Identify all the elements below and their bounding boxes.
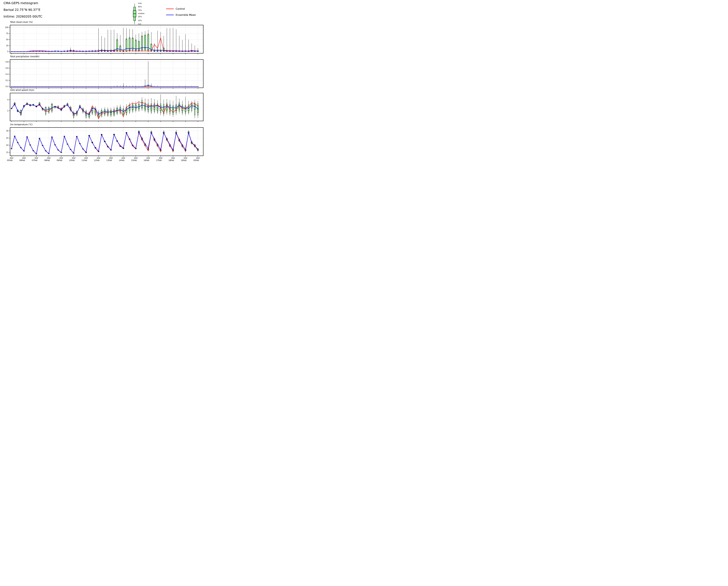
chart-location: Barisal 22.75°N 90.37°E bbox=[3, 8, 41, 11]
legend-box-label: 10% bbox=[138, 20, 142, 22]
gridlines bbox=[10, 60, 203, 88]
legend-box-label: 90% bbox=[138, 6, 142, 8]
x-tick-label: 00Z20Feb bbox=[196, 157, 200, 159]
cloud-panel-title: Total cloud cover (%) bbox=[10, 21, 33, 23]
temp-panel-title: 2m temperature (℃) bbox=[10, 123, 32, 126]
meteogram-page: CMA-GEPS meteogram Barisal 22.75°N 90.37… bbox=[0, 0, 204, 165]
boxplots bbox=[11, 95, 199, 119]
legend-box-label: 25% bbox=[138, 16, 142, 18]
axes: 0255075100 bbox=[5, 25, 203, 54]
y-tick-label: 25 bbox=[6, 45, 8, 47]
wind-speed-chart: 24 bbox=[10, 93, 203, 121]
boxplot-legend-labels: max90%75%median25%10%min bbox=[138, 1, 151, 26]
x-tick-label: 00Z18Feb bbox=[171, 157, 175, 159]
chart-inittime: Initime: 20260205 00UTC bbox=[3, 15, 42, 18]
control-legend-line bbox=[166, 9, 174, 9]
x-tick-label: 00Z11Feb bbox=[84, 157, 88, 159]
wind-panel-title: 10m wind speed (m/s) bbox=[10, 89, 34, 91]
ensemble-legend-label: Ensemble Mean bbox=[176, 14, 196, 17]
ensemble-mean-line bbox=[11, 132, 198, 154]
ensemble-mean-line bbox=[11, 85, 198, 87]
chart-title: CMA-GEPS meteogram bbox=[3, 2, 38, 5]
y-tick-label: 25 bbox=[6, 137, 8, 139]
x-tick-label: 00Z19Feb bbox=[184, 157, 187, 159]
gridlines bbox=[10, 128, 203, 156]
control-line bbox=[11, 132, 198, 154]
y-tick-label: 0 bbox=[7, 50, 8, 53]
x-axis-labels: 00Z05Feb00Z06Feb00Z07Feb00Z08Feb00Z09Feb… bbox=[10, 157, 203, 163]
x-tick-label: 00Z09Feb bbox=[59, 157, 63, 159]
boxplots bbox=[11, 61, 199, 87]
x-tick-label: 00Z08Feb bbox=[47, 157, 51, 159]
y-tick-label: 4 bbox=[7, 99, 8, 101]
y-tick-label: 0.0 bbox=[6, 85, 8, 88]
axes: 0.00.20.40.60.8 bbox=[6, 59, 203, 89]
boxplots bbox=[11, 130, 199, 154]
y-tick-label: 20 bbox=[6, 144, 8, 146]
legend-box-label: median bbox=[138, 12, 145, 15]
y-tick-label: 100 bbox=[5, 26, 8, 29]
x-tick-label: 00Z17Feb bbox=[159, 157, 162, 159]
legend-box-label: max bbox=[138, 2, 142, 4]
y-tick-label: 0.4 bbox=[6, 73, 8, 75]
y-tick-label: 0.6 bbox=[6, 67, 8, 69]
y-tick-label: 2 bbox=[7, 110, 8, 112]
y-tick-label: 0.2 bbox=[6, 79, 8, 82]
x-tick-label: 00Z13Feb bbox=[109, 157, 113, 159]
y-tick-label: 75 bbox=[6, 32, 8, 35]
cloud-cover-chart: 0255075100 bbox=[10, 25, 203, 53]
control-legend-label: Control bbox=[176, 7, 185, 10]
x-tick-label: 00Z07Feb bbox=[35, 157, 38, 159]
axes: 24 bbox=[7, 93, 203, 122]
x-tick-label: 00Z16Feb bbox=[146, 157, 150, 159]
precip-panel-title: Total precipitation (mm/6h) bbox=[10, 55, 40, 58]
boxplots bbox=[11, 28, 199, 52]
x-tick-label: 00Z10Feb bbox=[72, 157, 76, 159]
x-tick-label: 00Z15Feb bbox=[134, 157, 137, 159]
legend-box-label: 75% bbox=[138, 9, 142, 11]
y-tick-label: 30 bbox=[6, 130, 8, 132]
legend-box-label: min bbox=[138, 23, 141, 25]
x-tick-label: 00Z05Feb bbox=[10, 157, 14, 159]
temperature-chart: 15202530 bbox=[10, 128, 203, 156]
y-tick-label: 0.8 bbox=[6, 61, 8, 63]
precipitation-chart: 0.00.20.40.60.8 bbox=[10, 59, 203, 88]
y-tick-label: 50 bbox=[6, 38, 8, 41]
gridlines bbox=[10, 93, 203, 121]
gridlines bbox=[10, 25, 203, 53]
y-tick-label: 15 bbox=[6, 151, 8, 154]
x-tick-label: 00Z06Feb bbox=[22, 157, 26, 159]
x-tick-label: 00Z12Feb bbox=[97, 157, 100, 159]
boxplot-legend-glyph bbox=[132, 1, 137, 27]
x-tick-label: 00Z14Feb bbox=[122, 157, 125, 159]
ensemble-legend-line bbox=[166, 15, 174, 15]
